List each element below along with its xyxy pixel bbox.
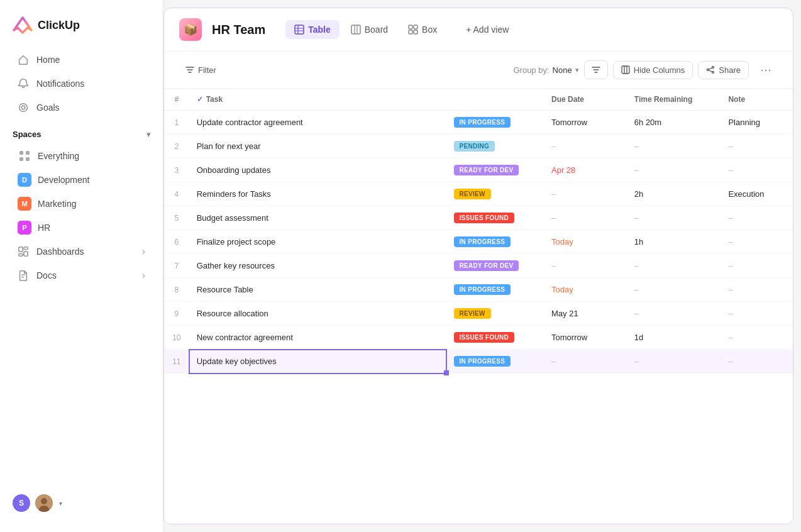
table-tab-icon [294,25,304,35]
hide-columns-button[interactable]: Hide Columns [613,61,693,79]
filter-button[interactable]: Filter [179,62,223,78]
row-task[interactable]: Gather key resources [189,254,446,278]
docs-label: Docs [36,270,57,280]
topbar: 📦 HR Team Table Board [164,8,793,52]
row-task[interactable]: Update key objectives [189,350,446,374]
row-status[interactable]: IN PROGRESS [446,111,544,135]
toolbar-right: Group by: None ▾ Hide Columns [513,59,778,80]
table-row[interactable]: 4 Reminders for Tasks REVIEW – 2h Execut… [164,182,793,206]
row-status[interactable]: READY FOR DEV [446,254,544,278]
row-status[interactable]: PENDING [446,135,544,158]
col-due-date: Due Date [544,89,627,111]
sidebar-item-dashboards[interactable]: Dashboards › [5,240,158,263]
svg-point-1 [19,104,28,112]
row-note: Planning [721,111,793,135]
row-status[interactable]: REVIEW [446,182,544,206]
status-badge: ISSUES FOUND [454,332,515,343]
row-time-remaining: – [627,135,721,158]
everything-icon [18,149,31,163]
home-icon [18,54,29,65]
filter-icon [185,65,194,74]
hr-avatar: P [18,221,31,235]
row-due-date: Apr 28 [544,158,627,182]
user-area[interactable]: S ▾ [0,484,163,522]
row-due-date: Today [544,230,627,254]
sidebar-item-notifications[interactable]: Notifications [5,72,158,96]
table-row[interactable]: 11 Update key objectives IN PROGRESS – –… [164,350,793,374]
row-note: Execution [721,182,793,206]
status-badge: IN PROGRESS [454,356,511,367]
share-button[interactable]: Share [698,61,749,79]
marketing-label: Marketing [38,199,76,209]
svg-line-34 [709,70,712,72]
spaces-section-header[interactable]: Spaces ▾ [0,119,163,144]
svg-rect-23 [409,25,412,29]
add-view-button[interactable]: + Add view [458,20,516,39]
tab-table-label: Table [308,25,331,35]
table-row[interactable]: 8 Resource Table IN PROGRESS Today – – [164,278,793,302]
view-tabs: Table Board Box [285,20,446,39]
tab-board[interactable]: Board [342,20,397,39]
table-row[interactable]: 10 New contractor agreement ISSUES FOUND… [164,326,793,350]
row-status[interactable]: READY FOR DEV [446,158,544,182]
row-status[interactable]: IN PROGRESS [446,350,544,374]
box-tab-icon [408,25,418,35]
table-row[interactable]: 2 Plan for next year PENDING – – – [164,135,793,158]
sidebar-item-home[interactable]: Home [5,48,158,72]
everything-label: Everything [38,151,79,161]
status-badge: REVIEW [454,308,491,319]
row-status[interactable]: REVIEW [446,302,544,326]
row-task[interactable]: Finalize project scope [189,230,446,254]
row-status[interactable]: IN PROGRESS [446,230,544,254]
sidebar-item-goals[interactable]: Goals [5,96,158,119]
tab-box[interactable]: Box [399,20,446,39]
table-row[interactable]: 1 Update contractor agreement IN PROGRES… [164,111,793,135]
tab-box-label: Box [422,25,437,35]
filter-label: Filter [198,65,216,75]
group-by-chevron: ▾ [575,66,579,74]
goals-icon [18,102,29,113]
task-check-icon: ✓ [197,95,203,104]
group-by-control[interactable]: Group by: None ▾ [513,65,578,75]
table-row[interactable]: 7 Gather key resources READY FOR DEV – –… [164,254,793,278]
status-badge: IN PROGRESS [454,117,511,128]
table-row[interactable]: 6 Finalize project scope IN PROGRESS Tod… [164,230,793,254]
sidebar-item-everything[interactable]: Everything [5,144,158,168]
row-task[interactable]: Onboarding updates [189,158,446,182]
spaces-label: Spaces [13,130,41,139]
svg-rect-3 [19,151,23,155]
row-status[interactable]: IN PROGRESS [446,278,544,302]
row-task[interactable]: Update contractor agreement [189,111,446,135]
row-task[interactable]: Budget assessment [189,206,446,230]
row-note: – [721,158,793,182]
sidebar-item-development[interactable]: D Development [5,168,158,192]
svg-rect-9 [24,252,28,256]
row-status[interactable]: ISSUES FOUND [446,326,544,350]
row-task[interactable]: New contractor agreement [189,326,446,350]
table-row[interactable]: 5 Budget assessment ISSUES FOUND – – – [164,206,793,230]
more-button[interactable]: ⋯ [754,59,778,80]
spaces-chevron: ▾ [146,130,150,139]
sort-button[interactable] [584,60,608,79]
row-task[interactable]: Resource Table [189,278,446,302]
sidebar-item-docs[interactable]: Docs › [5,263,158,287]
row-note: – [721,206,793,230]
row-task[interactable]: Resource allocation [189,302,446,326]
svg-rect-6 [26,157,30,161]
svg-point-30 [712,67,714,69]
row-status[interactable]: ISSUES FOUND [446,206,544,230]
table-row[interactable]: 3 Onboarding updates READY FOR DEV Apr 2… [164,158,793,182]
svg-rect-16 [295,25,304,34]
row-num: 5 [164,206,189,230]
table-row[interactable]: 9 Resource allocation REVIEW May 21 – – [164,302,793,326]
workspace-title: HR Team [212,23,265,37]
sidebar-item-marketing[interactable]: M Marketing [5,192,158,216]
svg-point-14 [41,498,47,504]
row-task[interactable]: Plan for next year [189,135,446,158]
row-task[interactable]: Reminders for Tasks [189,182,446,206]
logo-area[interactable]: ClickUp [0,10,163,48]
sidebar-item-hr[interactable]: P HR [5,216,158,240]
tab-table[interactable]: Table [285,20,340,39]
hide-columns-icon [621,65,630,74]
add-view-label: + Add view [466,25,509,35]
